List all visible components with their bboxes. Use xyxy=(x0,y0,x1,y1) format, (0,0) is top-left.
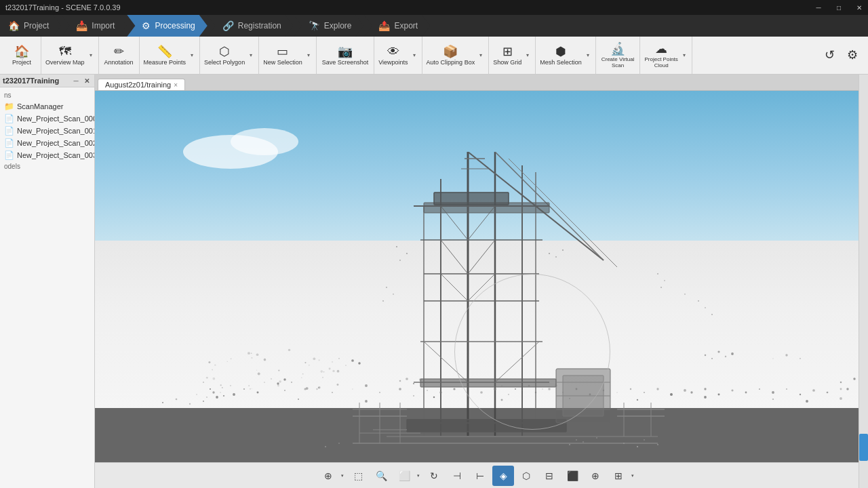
viewport-canvas[interactable] xyxy=(95,91,859,462)
project-button[interactable]: 🏠 Project xyxy=(5,39,38,73)
create-virtual-scan-label: Create VirtualScan xyxy=(601,56,635,68)
measure-points-label: Measure Points xyxy=(144,59,186,66)
scan-002-label: New_Project_Scan_002 xyxy=(17,139,94,147)
scan-manager-icon: 📁 xyxy=(4,102,14,111)
measure-points-button[interactable]: 📏 Measure Points xyxy=(142,39,188,73)
auto-clipping-label: Auto Clipping Box xyxy=(427,59,475,66)
slice-button[interactable]: ⬡ xyxy=(515,466,537,486)
tab-close-button[interactable]: × xyxy=(174,81,178,89)
pipeline-step-export[interactable]: 📤Export xyxy=(363,15,430,37)
viewpoints-button[interactable]: 👁 Viewpoints xyxy=(377,39,409,73)
select-polygon-dropdown[interactable]: ▾ xyxy=(246,39,256,73)
navigate-dropdown[interactable]: ▾ xyxy=(339,466,346,486)
rotate-button[interactable]: ↻ xyxy=(423,466,445,486)
scan-000-icon: 📄 xyxy=(4,114,14,123)
zoom-button[interactable]: 🔍 xyxy=(370,466,392,486)
create-virtual-scan-button[interactable]: 🔬 Create VirtualScan xyxy=(599,39,637,73)
new-selection-button[interactable]: ▭ New Selection xyxy=(262,39,304,73)
sidebar-item-scan-manager[interactable]: 📁 ScanManager xyxy=(1,100,93,113)
ruler-button[interactable]: ⊟ xyxy=(538,466,560,486)
project-points-split: ☁ Project PointsCloud ▾ xyxy=(643,39,688,73)
toolbar: 🏠 Project 🗺 Overview Map ▾ ✏ Annotation … xyxy=(0,37,868,75)
select-polygon-split: ⬡ Select Polygon ▾ xyxy=(203,39,256,73)
mesh-selection-button[interactable]: ⬢ Mesh Selection xyxy=(538,39,583,73)
annotation-button[interactable]: ✏ Annotation xyxy=(102,39,136,73)
sidebar-item-scan-002[interactable]: 📄 New_Project_Scan_002 xyxy=(1,137,93,149)
mesh-selection-group: ⬢ Mesh Selection ▾ xyxy=(536,37,596,74)
navigate-button[interactable]: ⊕ xyxy=(317,466,339,486)
sidebar-close-button[interactable]: ✕ xyxy=(82,76,92,85)
mesh-selection-dropdown[interactable]: ▾ xyxy=(583,39,593,73)
show-grid-dropdown[interactable]: ▾ xyxy=(523,39,532,73)
grid-view-button[interactable]: ⊞ xyxy=(608,466,629,486)
sidebar: t232017Training ─ ✕ ns 📁 ScanManager 📄 N… xyxy=(0,75,95,488)
settings-refresh-button[interactable]: ↺ xyxy=(819,39,840,73)
sidebar-header: t232017Training ─ ✕ xyxy=(0,75,94,87)
cube-view-button[interactable]: ⬛ xyxy=(561,466,583,486)
minimize-button[interactable]: ─ xyxy=(810,0,827,15)
right-scrollbar[interactable] xyxy=(859,75,868,488)
close-button[interactable]: ✕ xyxy=(850,0,868,15)
auto-clipping-icon: 📦 xyxy=(443,45,458,58)
auto-clipping-button[interactable]: 📦 Auto Clipping Box xyxy=(425,39,477,73)
settings-gear-button[interactable]: ⚙ xyxy=(842,39,863,73)
settings-refresh-icon: ↺ xyxy=(825,49,835,61)
select-polygon-label: Select Polygon xyxy=(204,59,245,66)
app-title: t232017Training - SCENE 7.0.0.39 xyxy=(5,3,863,12)
create-virtual-scan-icon: 🔬 xyxy=(610,43,625,55)
active-tab[interactable]: August2z01/training × xyxy=(98,79,185,90)
new-selection-dropdown[interactable]: ▾ xyxy=(304,39,313,73)
overview-map-label: Overview Map xyxy=(45,59,85,66)
overview-map-button[interactable]: 🗺 Overview Map xyxy=(44,39,86,73)
pipeline-step-project[interactable]: 🏠Project xyxy=(0,15,61,37)
pipeline-step-explore[interactable]: 🔭Explore xyxy=(294,15,364,37)
sidebar-item-scan-000[interactable]: 📄 New_Project_Scan_000 xyxy=(1,113,93,125)
new-selection-icon: ▭ xyxy=(277,45,288,58)
viewpoints-dropdown[interactable]: ▾ xyxy=(410,39,419,73)
viewpoints-icon: 👁 xyxy=(387,45,399,58)
annotation-label: Annotation xyxy=(104,59,134,66)
explore-pipeline-icon: 🔭 xyxy=(309,20,320,31)
sidebar-scans-section: ns xyxy=(1,90,93,100)
crosshair-button[interactable]: ⊕ xyxy=(585,466,606,486)
project-points-icon: ☁ xyxy=(655,43,667,55)
split-h-button[interactable]: ⊣ xyxy=(446,466,468,486)
scan-003-label: New_Project_Scan_003 xyxy=(17,151,94,159)
split-v-button[interactable]: ⊢ xyxy=(469,466,491,486)
grid-view-dropdown[interactable]: ▾ xyxy=(629,466,636,486)
select-polygon-button[interactable]: ⬡ Select Polygon xyxy=(203,39,246,73)
project-points-group: ☁ Project PointsCloud ▾ xyxy=(640,37,692,74)
viewpoints-label: Viewpoints xyxy=(378,59,408,66)
project-points-button[interactable]: ☁ Project PointsCloud xyxy=(643,39,679,73)
view-mode-button[interactable]: ◈ xyxy=(492,466,514,486)
measure-points-dropdown[interactable]: ▾ xyxy=(187,39,197,73)
annotation-icon: ✏ xyxy=(114,45,124,58)
clip-box-dropdown[interactable]: ▾ xyxy=(415,466,422,486)
save-screenshot-button[interactable]: 📷 Save Screenshot xyxy=(319,39,372,73)
show-grid-button[interactable]: ⊞ Show Grid xyxy=(492,39,523,73)
create-virtual-scan-group: 🔬 Create VirtualScan xyxy=(596,37,641,74)
scan-002-icon: 📄 xyxy=(4,138,14,148)
title-bar: t232017Training - SCENE 7.0.0.39 ─ □ ✕ xyxy=(0,0,868,15)
show-grid-label: Show Grid xyxy=(493,59,521,66)
pipeline-step-processing[interactable]: ⚙Processing xyxy=(127,15,207,37)
sidebar-item-scan-003[interactable]: 📄 New_Project_Scan_003 xyxy=(1,149,93,161)
scrollbar-thumb[interactable] xyxy=(859,434,868,461)
scan-003-icon: 📄 xyxy=(4,150,14,160)
new-selection-split: ▭ New Selection ▾ xyxy=(262,39,313,73)
sidebar-models-section: odels xyxy=(1,161,93,171)
auto-clipping-dropdown[interactable]: ▾ xyxy=(476,39,486,73)
pipeline-step-import[interactable]: 📥Import xyxy=(61,15,127,37)
scan-manager-label: ScanManager xyxy=(17,102,64,110)
project-tool-group: 🏠 Project xyxy=(3,37,41,74)
pipeline-step-registration[interactable]: 🔗Registration xyxy=(208,15,294,37)
sidebar-item-scan-001[interactable]: 📄 New_Project_Scan_001 xyxy=(1,125,93,137)
save-screenshot-group: 📷 Save Screenshot xyxy=(317,37,375,74)
clip-box-button[interactable]: ⬜ xyxy=(393,466,415,486)
select-box-button[interactable]: ⬚ xyxy=(347,466,369,486)
annotation-group: ✏ Annotation xyxy=(99,37,140,74)
project-points-dropdown[interactable]: ▾ xyxy=(679,39,689,73)
overview-map-dropdown[interactable]: ▾ xyxy=(86,39,96,73)
sidebar-minimize-button[interactable]: ─ xyxy=(71,76,81,85)
maximize-button[interactable]: □ xyxy=(830,0,848,15)
